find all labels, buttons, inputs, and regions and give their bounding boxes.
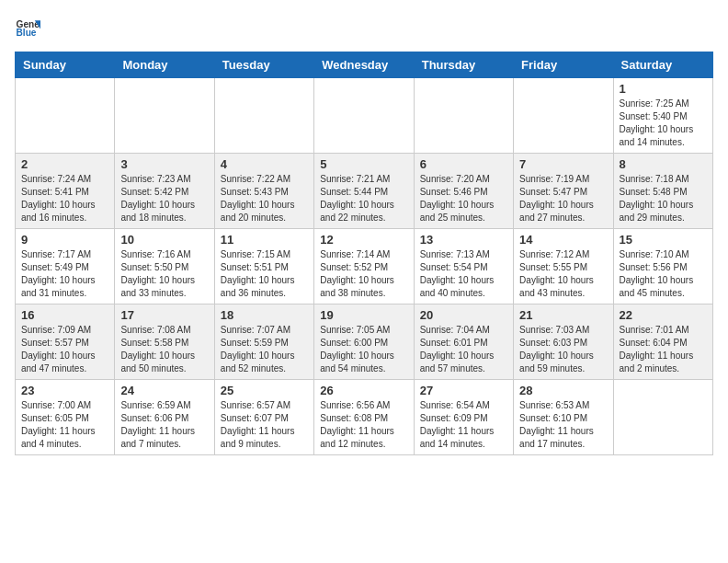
day-info: Sunrise: 7:23 AM Sunset: 5:42 PM Dayligh… xyxy=(120,173,208,224)
calendar-cell: 17Sunrise: 7:08 AM Sunset: 5:58 PM Dayli… xyxy=(115,304,214,380)
day-info: Sunrise: 7:12 AM Sunset: 5:55 PM Dayligh… xyxy=(519,248,607,300)
weekday-header-thursday: Thursday xyxy=(414,52,513,78)
week-row-4: 16Sunrise: 7:09 AM Sunset: 5:57 PM Dayli… xyxy=(16,304,713,380)
weekday-header-wednesday: Wednesday xyxy=(314,52,414,78)
calendar-cell: 10Sunrise: 7:16 AM Sunset: 5:50 PM Dayli… xyxy=(115,229,214,304)
calendar-cell xyxy=(314,78,414,154)
day-number: 23 xyxy=(21,384,108,397)
calendar-cell: 21Sunrise: 7:03 AM Sunset: 6:03 PM Dayli… xyxy=(514,304,613,380)
day-info: Sunrise: 7:17 AM Sunset: 5:49 PM Dayligh… xyxy=(21,248,108,300)
day-info: Sunrise: 7:14 AM Sunset: 5:52 PM Dayligh… xyxy=(320,248,407,300)
calendar-cell: 18Sunrise: 7:07 AM Sunset: 5:59 PM Dayli… xyxy=(214,304,313,380)
day-info: Sunrise: 7:18 AM Sunset: 5:48 PM Dayligh… xyxy=(620,173,707,224)
week-row-5: 23Sunrise: 7:00 AM Sunset: 6:05 PM Dayli… xyxy=(16,380,713,455)
calendar-cell: 22Sunrise: 7:01 AM Sunset: 6:04 PM Dayli… xyxy=(613,304,712,380)
day-info: Sunrise: 7:05 AM Sunset: 6:00 PM Dayligh… xyxy=(320,324,407,375)
calendar-cell xyxy=(613,380,712,455)
calendar-cell: 28Sunrise: 6:53 AM Sunset: 6:10 PM Dayli… xyxy=(514,380,613,455)
day-number: 5 xyxy=(320,157,407,171)
day-number: 13 xyxy=(420,233,507,247)
calendar-cell: 23Sunrise: 7:00 AM Sunset: 6:05 PM Dayli… xyxy=(16,380,115,455)
day-info: Sunrise: 6:54 AM Sunset: 6:09 PM Dayligh… xyxy=(420,399,507,451)
calendar-cell: 19Sunrise: 7:05 AM Sunset: 6:00 PM Dayli… xyxy=(314,304,414,380)
day-info: Sunrise: 6:53 AM Sunset: 6:10 PM Dayligh… xyxy=(519,399,607,451)
calendar-cell: 5Sunrise: 7:21 AM Sunset: 5:44 PM Daylig… xyxy=(314,154,414,229)
calendar-cell: 4Sunrise: 7:22 AM Sunset: 5:43 PM Daylig… xyxy=(214,154,313,229)
day-info: Sunrise: 7:15 AM Sunset: 5:51 PM Dayligh… xyxy=(221,248,308,300)
weekday-header-sunday: Sunday xyxy=(16,52,115,78)
page-header: General Blue xyxy=(15,15,713,40)
day-number: 3 xyxy=(120,157,208,171)
day-number: 15 xyxy=(620,233,707,247)
day-info: Sunrise: 7:25 AM Sunset: 5:40 PM Dayligh… xyxy=(620,98,707,149)
calendar-cell: 2Sunrise: 7:24 AM Sunset: 5:41 PM Daylig… xyxy=(16,154,115,229)
calendar-cell: 12Sunrise: 7:14 AM Sunset: 5:52 PM Dayli… xyxy=(314,229,414,304)
day-number: 7 xyxy=(519,157,607,171)
day-info: Sunrise: 7:09 AM Sunset: 5:57 PM Dayligh… xyxy=(21,324,108,375)
day-number: 11 xyxy=(221,233,308,247)
day-number: 9 xyxy=(21,233,108,247)
day-info: Sunrise: 7:00 AM Sunset: 6:05 PM Dayligh… xyxy=(21,399,108,451)
calendar-cell: 6Sunrise: 7:20 AM Sunset: 5:46 PM Daylig… xyxy=(414,154,513,229)
calendar-cell: 3Sunrise: 7:23 AM Sunset: 5:42 PM Daylig… xyxy=(115,154,214,229)
day-info: Sunrise: 7:04 AM Sunset: 6:01 PM Dayligh… xyxy=(420,324,507,375)
day-number: 16 xyxy=(21,308,108,322)
day-number: 28 xyxy=(519,384,607,397)
calendar-table: SundayMondayTuesdayWednesdayThursdayFrid… xyxy=(15,52,713,455)
day-info: Sunrise: 7:07 AM Sunset: 5:59 PM Dayligh… xyxy=(221,324,308,375)
day-number: 8 xyxy=(620,157,707,171)
calendar-cell xyxy=(214,78,313,154)
calendar-cell xyxy=(514,78,613,154)
calendar-cell xyxy=(16,78,115,154)
calendar-cell: 13Sunrise: 7:13 AM Sunset: 5:54 PM Dayli… xyxy=(414,229,513,304)
day-number: 26 xyxy=(320,384,407,397)
weekday-header-monday: Monday xyxy=(115,52,214,78)
day-number: 12 xyxy=(320,233,407,247)
day-info: Sunrise: 7:16 AM Sunset: 5:50 PM Dayligh… xyxy=(120,248,208,300)
day-number: 21 xyxy=(519,308,607,322)
day-info: Sunrise: 7:03 AM Sunset: 6:03 PM Dayligh… xyxy=(519,324,607,375)
day-number: 25 xyxy=(221,384,308,397)
day-number: 20 xyxy=(420,308,507,322)
day-number: 14 xyxy=(519,233,607,247)
day-number: 6 xyxy=(420,157,507,171)
calendar-cell: 11Sunrise: 7:15 AM Sunset: 5:51 PM Dayli… xyxy=(214,229,313,304)
logo: General Blue xyxy=(15,15,44,40)
calendar-cell: 26Sunrise: 6:56 AM Sunset: 6:08 PM Dayli… xyxy=(314,380,414,455)
day-number: 2 xyxy=(21,157,108,171)
day-number: 1 xyxy=(620,82,707,96)
calendar-cell: 7Sunrise: 7:19 AM Sunset: 5:47 PM Daylig… xyxy=(514,154,613,229)
day-info: Sunrise: 7:01 AM Sunset: 6:04 PM Dayligh… xyxy=(620,324,707,375)
week-row-1: 1Sunrise: 7:25 AM Sunset: 5:40 PM Daylig… xyxy=(16,78,713,154)
weekday-header-row: SundayMondayTuesdayWednesdayThursdayFrid… xyxy=(16,52,713,78)
day-number: 22 xyxy=(620,308,707,322)
day-info: Sunrise: 6:56 AM Sunset: 6:08 PM Dayligh… xyxy=(320,399,407,451)
week-row-3: 9Sunrise: 7:17 AM Sunset: 5:49 PM Daylig… xyxy=(16,229,713,304)
day-info: Sunrise: 7:21 AM Sunset: 5:44 PM Dayligh… xyxy=(320,173,407,224)
calendar-cell: 1Sunrise: 7:25 AM Sunset: 5:40 PM Daylig… xyxy=(613,78,712,154)
day-info: Sunrise: 7:24 AM Sunset: 5:41 PM Dayligh… xyxy=(21,173,108,224)
calendar-cell: 27Sunrise: 6:54 AM Sunset: 6:09 PM Dayli… xyxy=(414,380,513,455)
calendar-cell: 14Sunrise: 7:12 AM Sunset: 5:55 PM Dayli… xyxy=(514,229,613,304)
calendar-cell: 8Sunrise: 7:18 AM Sunset: 5:48 PM Daylig… xyxy=(613,154,712,229)
day-info: Sunrise: 7:22 AM Sunset: 5:43 PM Dayligh… xyxy=(221,173,308,224)
calendar-cell xyxy=(414,78,513,154)
day-number: 17 xyxy=(120,308,208,322)
day-number: 18 xyxy=(221,308,308,322)
day-number: 19 xyxy=(320,308,407,322)
day-info: Sunrise: 7:13 AM Sunset: 5:54 PM Dayligh… xyxy=(420,248,507,300)
day-info: Sunrise: 7:19 AM Sunset: 5:47 PM Dayligh… xyxy=(519,173,607,224)
calendar-cell: 24Sunrise: 6:59 AM Sunset: 6:06 PM Dayli… xyxy=(115,380,214,455)
day-number: 24 xyxy=(120,384,208,397)
calendar-cell: 16Sunrise: 7:09 AM Sunset: 5:57 PM Dayli… xyxy=(16,304,115,380)
weekday-header-saturday: Saturday xyxy=(613,52,712,78)
calendar-cell: 20Sunrise: 7:04 AM Sunset: 6:01 PM Dayli… xyxy=(414,304,513,380)
day-number: 4 xyxy=(221,157,308,171)
calendar-cell: 25Sunrise: 6:57 AM Sunset: 6:07 PM Dayli… xyxy=(214,380,313,455)
svg-text:Blue: Blue xyxy=(17,28,37,38)
week-row-2: 2Sunrise: 7:24 AM Sunset: 5:41 PM Daylig… xyxy=(16,154,713,229)
day-info: Sunrise: 6:59 AM Sunset: 6:06 PM Dayligh… xyxy=(120,399,208,451)
calendar-cell: 9Sunrise: 7:17 AM Sunset: 5:49 PM Daylig… xyxy=(16,229,115,304)
day-number: 10 xyxy=(120,233,208,247)
logo-icon: General Blue xyxy=(15,15,40,40)
